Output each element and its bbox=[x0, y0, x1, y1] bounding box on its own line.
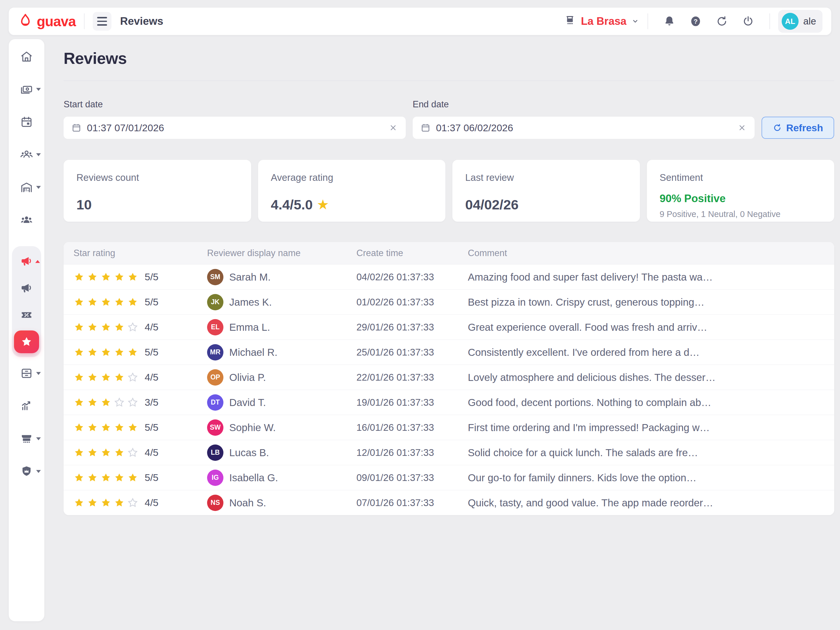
chevron-down-icon bbox=[36, 372, 41, 375]
avatar: SM bbox=[207, 269, 223, 285]
help-icon[interactable]: ? bbox=[687, 13, 704, 30]
star-icon bbox=[74, 497, 85, 508]
rating-value: 5/5 bbox=[145, 296, 158, 308]
table-row[interactable]: 5/5SMSarah M.04/02/26 01:37:33Amazing fo… bbox=[63, 264, 834, 289]
menu-icon[interactable] bbox=[93, 12, 111, 31]
storefront-icon bbox=[20, 432, 33, 445]
star-icon bbox=[114, 397, 125, 408]
comment: Solid choice for a quick lunch. The sala… bbox=[468, 447, 834, 458]
star-rating-cell: 5/5 bbox=[74, 271, 207, 283]
rating-value: 5/5 bbox=[145, 271, 158, 283]
create-time: 12/01/26 01:37:33 bbox=[357, 447, 468, 458]
star-icon bbox=[74, 372, 85, 383]
table-row[interactable]: 4/5ELEmma L.29/01/26 01:37:33Great exper… bbox=[63, 314, 834, 339]
venue-store-icon bbox=[564, 14, 576, 28]
sidebar-item-promotions[interactable] bbox=[12, 302, 41, 328]
avatar: IG bbox=[207, 470, 223, 486]
table-row[interactable]: 5/5IGIsabella G.09/01/26 01:37:33Our go-… bbox=[63, 465, 834, 490]
rating-value: 4/5 bbox=[145, 321, 158, 333]
star-icon bbox=[127, 347, 138, 358]
star-icon bbox=[87, 322, 98, 333]
star-icon bbox=[74, 322, 85, 333]
table-row[interactable]: 5/5MRMichael R.25/01/26 01:37:33Consiste… bbox=[63, 339, 834, 365]
sidebar-item-marketing[interactable] bbox=[12, 248, 41, 275]
svg-text:?: ? bbox=[693, 17, 698, 25]
star-icon bbox=[100, 347, 111, 358]
create-time: 19/01/26 01:37:33 bbox=[357, 397, 468, 408]
venue-selector[interactable]: La Brasa bbox=[564, 14, 639, 28]
comment: Great experience overall. Food was fresh… bbox=[468, 321, 834, 333]
star-icon bbox=[100, 397, 111, 408]
star-icon bbox=[74, 272, 85, 283]
user-name: ale bbox=[803, 16, 816, 27]
sidebar-item-orders[interactable] bbox=[9, 357, 44, 390]
star-icon bbox=[127, 497, 138, 508]
megaphone-icon bbox=[20, 255, 33, 268]
refresh-icon[interactable] bbox=[713, 13, 731, 30]
chevron-down-icon bbox=[36, 470, 41, 473]
sidebar-item-customers[interactable] bbox=[9, 138, 44, 171]
chevron-down-icon bbox=[36, 186, 41, 189]
reviewer-name: Sarah M. bbox=[229, 271, 271, 283]
reviewer-cell: DTDavid T. bbox=[207, 394, 357, 411]
reviewer-cell: NSNoah S. bbox=[207, 495, 357, 511]
table-row[interactable]: 3/5DTDavid T.19/01/26 01:37:33Good food,… bbox=[63, 390, 834, 415]
stat-card-last-review: Last review 04/02/26 bbox=[452, 160, 640, 222]
star-icon bbox=[127, 397, 138, 408]
stat-value: 04/02/26 bbox=[465, 197, 627, 213]
start-date-value: 01:37 07/01/2026 bbox=[87, 122, 164, 134]
end-date-input[interactable]: 01:37 06/02/2026 bbox=[413, 117, 755, 139]
stat-label: Reviews count bbox=[76, 172, 238, 183]
star-icon bbox=[87, 472, 98, 483]
sidebar-item-payments[interactable] bbox=[9, 73, 44, 106]
sidebar-item-campaigns[interactable] bbox=[12, 275, 41, 302]
sidebar-item-reviews[interactable] bbox=[12, 328, 41, 355]
divider bbox=[63, 81, 834, 81]
comment: Good food, decent portions. Nothing to c… bbox=[468, 397, 834, 408]
clear-icon[interactable] bbox=[737, 123, 747, 133]
rating-value: 3/5 bbox=[145, 397, 158, 408]
table-row[interactable]: 5/5JKJames K.01/02/26 01:37:33Best pizza… bbox=[63, 289, 834, 314]
shield-crown-icon bbox=[20, 465, 33, 478]
bell-icon[interactable] bbox=[661, 13, 678, 30]
sidebar-item-loyalty[interactable] bbox=[9, 455, 44, 488]
rating-value: 4/5 bbox=[145, 372, 158, 383]
sidebar-item-company[interactable] bbox=[9, 171, 44, 204]
sidebar-item-storefront[interactable] bbox=[9, 422, 44, 455]
power-icon[interactable] bbox=[739, 13, 757, 30]
star-icon bbox=[114, 272, 125, 283]
star-rating-cell: 3/5 bbox=[74, 397, 207, 408]
star-rating-cell: 4/5 bbox=[74, 447, 207, 458]
sidebar-item-home[interactable] bbox=[9, 40, 44, 73]
star-icon bbox=[74, 447, 85, 458]
table-row[interactable]: 4/5NSNoah S.07/01/26 01:37:33Quick, tast… bbox=[63, 490, 834, 515]
reviewer-cell: SMSarah M. bbox=[207, 269, 357, 285]
sidebar-item-analytics[interactable] bbox=[9, 390, 44, 422]
stat-value: 4.4/5.0★ bbox=[271, 197, 433, 213]
star-icon: ★ bbox=[317, 199, 328, 211]
home-icon bbox=[20, 50, 33, 63]
venue-name: La Brasa bbox=[581, 15, 627, 27]
reviewer-cell: JKJames K. bbox=[207, 294, 357, 310]
table-row[interactable]: 4/5OPOlivia P.22/01/26 01:37:33Lovely at… bbox=[63, 365, 834, 390]
chevron-down-icon bbox=[631, 17, 639, 25]
sidebar bbox=[9, 39, 44, 621]
table-row[interactable]: 5/5SWSophie W.16/01/26 01:37:33First tim… bbox=[63, 415, 834, 440]
start-date-input[interactable]: 01:37 07/01/2026 bbox=[63, 117, 406, 139]
create-time: 16/01/26 01:37:33 bbox=[357, 422, 468, 433]
star-icon bbox=[87, 272, 98, 283]
clear-icon[interactable] bbox=[388, 123, 398, 133]
refresh-button[interactable]: Refresh bbox=[761, 117, 834, 139]
sentiment-value: 90% Positive bbox=[660, 193, 822, 205]
brand-text: guava bbox=[37, 13, 76, 30]
user-menu[interactable]: AL ale bbox=[778, 10, 823, 33]
table-row[interactable]: 4/5LBLucas B.12/01/26 01:37:33Solid choi… bbox=[63, 440, 834, 465]
sidebar-item-calendar[interactable] bbox=[9, 106, 44, 138]
column-header-create-time: Create time bbox=[357, 248, 468, 258]
calendar-icon bbox=[420, 123, 431, 133]
app-logo[interactable]: guava bbox=[17, 13, 76, 30]
comment: First time ordering and I'm impressed! P… bbox=[468, 422, 834, 433]
filters: Start date 01:37 07/01/2026 End date 01:… bbox=[63, 99, 834, 139]
sidebar-item-staff[interactable] bbox=[9, 204, 44, 236]
avatar: SW bbox=[207, 419, 223, 436]
